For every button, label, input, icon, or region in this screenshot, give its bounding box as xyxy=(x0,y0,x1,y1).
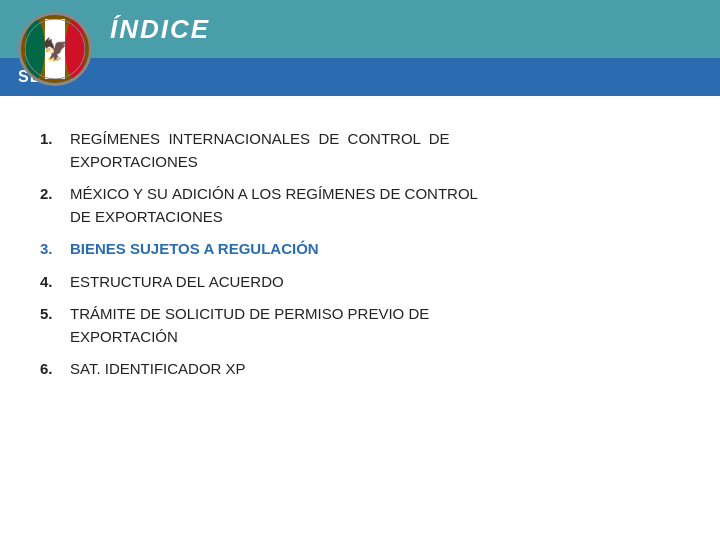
page-container: 🦅 ÍNDICE SE 1. REGÍMENES INTERNACIONALES… xyxy=(0,0,720,540)
header-bar: ÍNDICE xyxy=(0,0,720,58)
logo-circle: 🦅 xyxy=(18,12,92,86)
index-list: 1. REGÍMENES INTERNACIONALES DE CONTROL … xyxy=(40,128,680,381)
content-area: 1. REGÍMENES INTERNACIONALES DE CONTROL … xyxy=(0,96,720,540)
item-text: ESTRUCTURA DEL ACUERDO xyxy=(70,271,680,294)
item-number: 1. xyxy=(40,128,70,173)
page-title: ÍNDICE xyxy=(110,14,210,45)
list-item: 1. REGÍMENES INTERNACIONALES DE CONTROL … xyxy=(40,128,680,173)
list-item: 3. BIENES SUJETOS A REGULACIÓN xyxy=(40,238,680,261)
list-item: 2. MÉXICO Y SU ADICIÓN A LOS REGÍMENES D… xyxy=(40,183,680,228)
list-item: 5. TRÁMITE DE SOLICITUD DE PERMISO PREVI… xyxy=(40,303,680,348)
se-bar: SE xyxy=(0,58,720,96)
svg-text:🦅: 🦅 xyxy=(42,36,70,63)
item-number: 6. xyxy=(40,358,70,381)
item-text-highlighted: BIENES SUJETOS A REGULACIÓN xyxy=(70,238,680,261)
logo-area: 🦅 xyxy=(10,4,100,94)
item-text: REGÍMENES INTERNACIONALES DE CONTROL DE … xyxy=(70,128,680,173)
coat-of-arms-icon: 🦅 xyxy=(25,19,85,79)
item-number: 5. xyxy=(40,303,70,348)
item-number: 4. xyxy=(40,271,70,294)
item-text: TRÁMITE DE SOLICITUD DE PERMISO PREVIO D… xyxy=(70,303,680,348)
item-number: 2. xyxy=(40,183,70,228)
list-item: 6. SAT. IDENTIFICADOR XP xyxy=(40,358,680,381)
list-item: 4. ESTRUCTURA DEL ACUERDO xyxy=(40,271,680,294)
item-text: MÉXICO Y SU ADICIÓN A LOS REGÍMENES DE C… xyxy=(70,183,680,228)
item-text: SAT. IDENTIFICADOR XP xyxy=(70,358,680,381)
item-number: 3. xyxy=(40,238,70,261)
